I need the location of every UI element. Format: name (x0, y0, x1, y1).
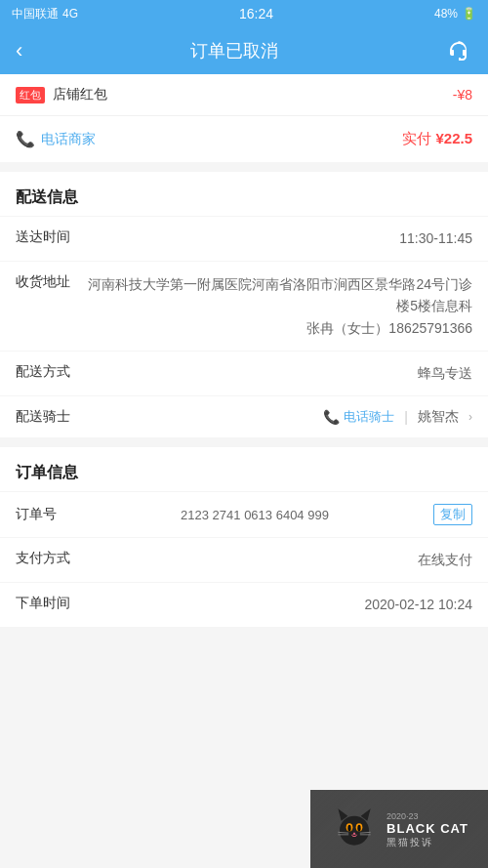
watermark-sub: 黑猫投诉 (386, 836, 468, 849)
rider-divider: | (404, 409, 408, 425)
status-time: 16:24 (239, 6, 273, 21)
delivery-time-label: 送达时间 (16, 228, 84, 246)
address-value: 河南科技大学第一附属医院河南省洛阳市涧西区景华路24号门诊楼5楼信息科 张冉（女… (84, 273, 472, 339)
redpacket-row: 红包 店铺红包 -¥8 (0, 74, 488, 116)
status-carrier: 中国联通 4G (12, 6, 78, 22)
call-rider-label: 电话骑士 (344, 408, 394, 426)
phone-icon: 📞 (16, 130, 35, 148)
header: ‹ 订单已取消 (0, 27, 488, 74)
status-bar: 中国联通 4G 16:24 48% 🔋 (0, 0, 488, 27)
delivery-time-row: 送达时间 11:30-11:45 (0, 216, 488, 261)
delivery-time-value: 11:30-11:45 (84, 228, 472, 249)
watermark-year: 2020·23 (386, 811, 468, 821)
order-number-label: 订单号 (16, 506, 84, 523)
delivery-method-row: 配送方式 蜂鸟专送 (0, 351, 488, 395)
phone-small-icon: 📞 (323, 409, 340, 425)
redpacket-label: 店铺红包 (53, 86, 107, 103)
delivery-info-section: 配送信息 送达时间 11:30-11:45 收货地址 河南科技大学第一附属医院河… (0, 172, 488, 437)
address-row: 收货地址 河南科技大学第一附属医院河南省洛阳市涧西区景华路24号门诊楼5楼信息科… (0, 261, 488, 351)
order-number-row: 订单号 2123 2741 0613 6404 999 复制 (0, 491, 488, 537)
chevron-right-icon: › (468, 410, 472, 424)
order-info-section: 订单信息 订单号 2123 2741 0613 6404 999 复制 支付方式… (0, 447, 488, 627)
actual-pay: 实付 ¥22.5 (402, 130, 472, 148)
order-time-label: 下单时间 (16, 595, 84, 612)
delivery-method-value: 蜂鸟专送 (84, 363, 472, 384)
rider-row: 配送骑士 📞 电话骑士 | 姚智杰 › (0, 395, 488, 437)
order-section-title: 订单信息 (0, 447, 488, 491)
copy-order-button[interactable]: 复制 (433, 504, 472, 525)
payment-method-row: 支付方式 在线支付 (0, 537, 488, 582)
address-label: 收货地址 (16, 273, 84, 291)
delivery-section-title: 配送信息 (0, 172, 488, 216)
back-button[interactable]: ‹ (16, 40, 22, 62)
rider-label: 配送骑士 (16, 408, 84, 426)
call-merchant-button[interactable]: 📞 电话商家 (16, 130, 96, 148)
order-time-row: 下单时间 2020-02-12 10:24 (0, 582, 488, 627)
headphone-button[interactable] (445, 37, 472, 64)
battery-icon: 🔋 (462, 7, 476, 21)
blackcat-watermark: 2020·23 BLACK CAT 黑猫投诉 (310, 790, 488, 868)
status-battery: 48% 🔋 (434, 7, 476, 21)
svg-point-5 (347, 825, 350, 832)
redpacket-section: 红包 店铺红包 -¥8 📞 电话商家 实付 ¥22.5 (0, 74, 488, 162)
order-number-value: 2123 2741 0613 6404 999 (84, 508, 426, 522)
payment-method-label: 支付方式 (16, 550, 84, 567)
call-merchant-label: 电话商家 (41, 131, 96, 148)
headphone-icon (447, 39, 470, 62)
redpacket-value: -¥8 (453, 87, 472, 103)
payment-method-value: 在线支付 (84, 550, 472, 570)
cat-svg-icon (330, 805, 379, 853)
svg-point-6 (357, 825, 360, 832)
call-rider-button[interactable]: 📞 电话骑士 (323, 408, 394, 426)
call-merchant-row: 📞 电话商家 实付 ¥22.5 (0, 116, 488, 162)
svg-point-0 (340, 816, 369, 846)
page-title: 订单已取消 (190, 39, 278, 62)
watermark-text: BLACK CAT (386, 821, 468, 836)
redpacket-tag: 红包 (16, 87, 45, 103)
order-time-value: 2020-02-12 10:24 (84, 595, 472, 615)
rider-name: 姚智杰 (418, 408, 459, 426)
delivery-method-label: 配送方式 (16, 363, 84, 381)
